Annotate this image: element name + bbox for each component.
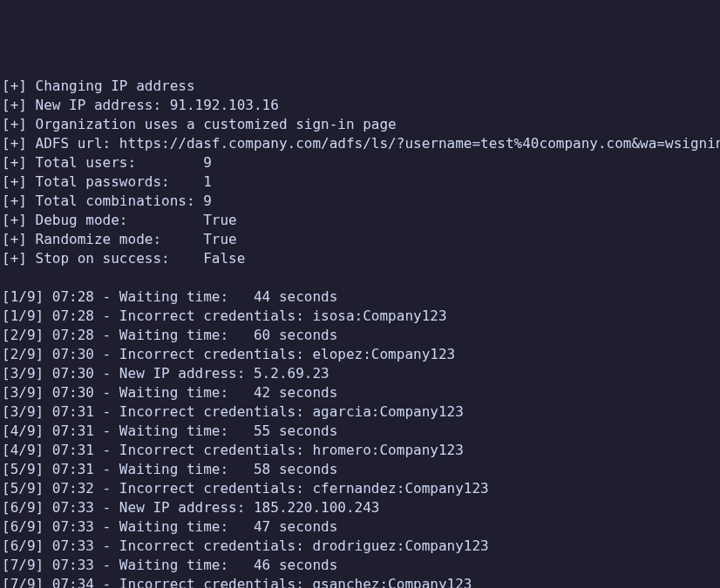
attempt-line: [4/9] 07:31 - Incorrect credentials: hro…	[2, 441, 718, 460]
header-line: [+] Organization uses a customized sign-…	[2, 115, 718, 134]
attempt-line: [3/9] 07:30 - New IP address: 5.2.69.23	[2, 364, 718, 383]
attempt-line: [6/9] 07:33 - Incorrect credentials: dro…	[2, 537, 718, 556]
header-line: [+] Debug mode: True	[2, 211, 718, 230]
attempt-line: [1/9] 07:28 - Waiting time: 44 seconds	[2, 287, 718, 307]
attempt-line: [1/9] 07:28 - Incorrect credentials: iso…	[2, 307, 718, 326]
attempt-line: [6/9] 07:33 - Waiting time: 47 seconds	[2, 517, 718, 537]
attempt-line: [7/9] 07:33 - Waiting time: 46 seconds	[2, 556, 718, 575]
header-line: [+] New IP address: 91.192.103.16	[2, 96, 718, 115]
attempt-line: [6/9] 07:33 - New IP address: 185.220.10…	[2, 498, 718, 517]
attempt-line: [3/9] 07:30 - Waiting time: 42 seconds	[2, 383, 718, 402]
header-line: [+] Changing IP address	[2, 77, 718, 96]
header-line: [+] Total users: 9	[2, 153, 718, 172]
attempt-line: [5/9] 07:31 - Waiting time: 58 seconds	[2, 460, 718, 479]
attempt-line: [7/9] 07:34 - Incorrect credentials: gsa…	[2, 575, 718, 588]
header-line: [+] Total combinations: 9	[2, 192, 718, 211]
header-line: [+] Randomize mode: True	[2, 230, 718, 249]
attempt-line: [2/9] 07:30 - Incorrect credentials: elo…	[2, 345, 718, 364]
blank-line	[2, 268, 718, 287]
attempt-line: [4/9] 07:31 - Waiting time: 55 seconds	[2, 422, 718, 441]
attempt-line: [3/9] 07:31 - Incorrect credentials: aga…	[2, 402, 718, 422]
header-line: [+] Stop on success: False	[2, 249, 718, 268]
attempt-line: [5/9] 07:32 - Incorrect credentials: cfe…	[2, 479, 718, 498]
terminal-output: [+] Changing IP address[+] New IP addres…	[0, 77, 720, 588]
header-line: [+] ADFS url: https://dasf.company.com/a…	[2, 134, 718, 153]
header-line: [+] Total passwords: 1	[2, 172, 718, 192]
attempt-line: [2/9] 07:28 - Waiting time: 60 seconds	[2, 326, 718, 345]
